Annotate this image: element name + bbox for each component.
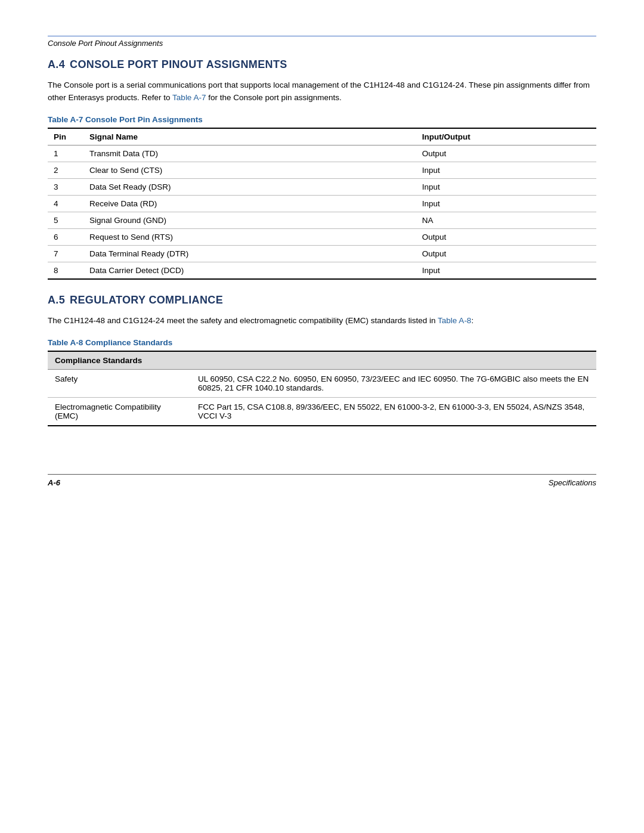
table-row: 1 Transmit Data (TD) Output <box>48 145 596 162</box>
signal-cell: Data Set Ready (DSR) <box>83 178 416 195</box>
signal-cell: Signal Ground (GND) <box>83 212 416 228</box>
pin-cell: 1 <box>48 145 83 162</box>
pin-cell: 7 <box>48 245 83 262</box>
table-row: 3 Data Set Ready (DSR) Input <box>48 178 596 195</box>
signal-cell: Request to Send (RTS) <box>83 228 416 245</box>
table-row: 5 Signal Ground (GND) NA <box>48 212 596 228</box>
io-cell: Input <box>416 262 596 279</box>
breadcrumb: Console Port Pinout Assignments <box>48 39 596 48</box>
io-cell: Input <box>416 195 596 212</box>
pin-col-header: Pin <box>48 128 83 145</box>
table-a7-label: Table A-7 Console Port Pin Assignments <box>48 115 596 124</box>
table-row: 4 Receive Data (RD) Input <box>48 195 596 212</box>
table-a7-link[interactable]: Table A-7 <box>172 93 206 102</box>
signal-col-header: Signal Name <box>83 128 416 145</box>
pin-cell: 2 <box>48 162 83 178</box>
table-a8-label: Table A-8 Compliance Standards <box>48 338 596 347</box>
io-cell: NA <box>416 212 596 228</box>
table-a8-link[interactable]: Table A-8 <box>438 316 471 325</box>
signal-cell: Clear to Send (CTS) <box>83 162 416 178</box>
compliance-header-row: Compliance Standards <box>48 351 596 370</box>
table-row: Electromagnetic Compatibility (EMC) FCC … <box>48 397 596 426</box>
signal-cell: Transmit Data (TD) <box>83 145 416 162</box>
standard-cell: Safety <box>48 369 191 397</box>
table-row: 6 Request to Send (RTS) Output <box>48 228 596 245</box>
compliance-table: Compliance Standards Safety UL 60950, CS… <box>48 351 596 426</box>
table-row: Safety UL 60950, CSA C22.2 No. 60950, EN… <box>48 369 596 397</box>
io-cell: Input <box>416 178 596 195</box>
table-row: 8 Data Carrier Detect (DCD) Input <box>48 262 596 279</box>
section-a4-body: The Console port is a serial communicati… <box>48 79 596 104</box>
pin-cell: 6 <box>48 228 83 245</box>
compliance-col-header: Compliance Standards <box>48 351 596 370</box>
pin-cell: 3 <box>48 178 83 195</box>
table-row: 7 Data Terminal Ready (DTR) Output <box>48 245 596 262</box>
standard-cell: Electromagnetic Compatibility (EMC) <box>48 397 191 426</box>
table-row: 2 Clear to Send (CTS) Input <box>48 162 596 178</box>
pin-table-header-row: Pin Signal Name Input/Output <box>48 128 596 145</box>
pin-assignments-table: Pin Signal Name Input/Output 1 Transmit … <box>48 128 596 280</box>
io-cell: Output <box>416 145 596 162</box>
io-col-header: Input/Output <box>416 128 596 145</box>
footer-page: A-6 <box>48 478 60 487</box>
signal-cell: Data Terminal Ready (DTR) <box>83 245 416 262</box>
description-cell: FCC Part 15, CSA C108.8, 89/336/EEC, EN … <box>191 397 596 426</box>
pin-cell: 4 <box>48 195 83 212</box>
pin-cell: 5 <box>48 212 83 228</box>
header-rule <box>48 36 596 36</box>
section-a5-heading: A.5REGULATORY COMPLIANCE <box>48 294 596 306</box>
pin-cell: 8 <box>48 262 83 279</box>
signal-cell: Data Carrier Detect (DCD) <box>83 262 416 279</box>
io-cell: Output <box>416 245 596 262</box>
footer: A-6 Specifications <box>48 474 596 487</box>
description-cell: UL 60950, CSA C22.2 No. 60950, EN 60950,… <box>191 369 596 397</box>
io-cell: Input <box>416 162 596 178</box>
section-a5-body: The C1H124-48 and C1G124-24 meet the saf… <box>48 315 596 327</box>
section-a4-heading: A.4CONSOLE PORT PINOUT ASSIGNMENTS <box>48 58 596 71</box>
footer-chapter: Specifications <box>549 478 596 487</box>
io-cell: Output <box>416 228 596 245</box>
signal-cell: Receive Data (RD) <box>83 195 416 212</box>
